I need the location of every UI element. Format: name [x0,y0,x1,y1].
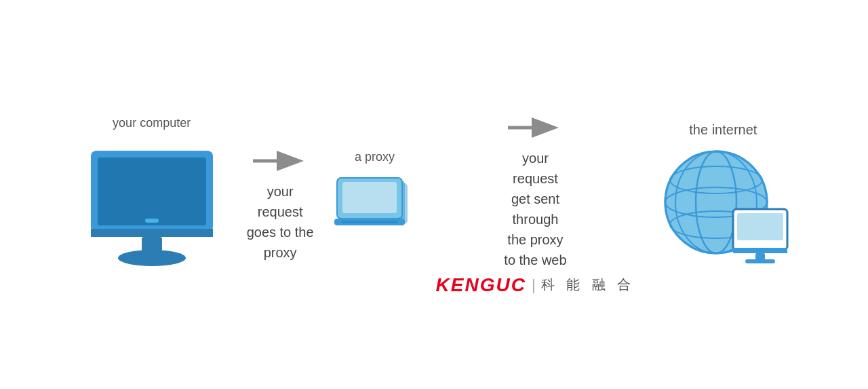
internet-label: the internet [689,122,757,138]
proxy-icon [334,171,416,239]
svg-rect-2 [91,229,213,237]
svg-rect-22 [737,213,783,240]
arrow2-container: your request get sent through the proxy … [416,94,656,296]
computer-label: your computer [113,116,191,130]
brand-area: KENGUC | 科 能 融 合 [436,274,635,296]
internet-icon [655,145,791,267]
right-description: your request get sent through the proxy … [504,148,566,270]
svg-rect-24 [755,253,765,260]
brand-chinese: 科 能 融 合 [541,276,635,294]
svg-rect-12 [341,221,398,223]
computer-icon [77,137,226,273]
svg-point-4 [118,250,186,266]
internet-node: the internet [655,122,791,267]
svg-rect-10 [342,182,397,213]
arrow2-icon [505,114,566,141]
proxy-label: a proxy [355,150,395,164]
arrow1-icon [250,147,311,174]
diagram-container: your computer your request [0,0,868,389]
brand-kenguc: KENGUC [436,274,526,296]
proxy-node: a proxy [334,150,416,239]
svg-rect-5 [145,219,159,223]
svg-rect-1 [98,158,206,225]
arrow1-container: your request goes to the proxy [226,127,334,263]
computer-node: your computer [77,116,226,273]
svg-rect-23 [733,248,787,253]
svg-rect-25 [745,259,775,263]
left-description: your request goes to the proxy [247,181,314,263]
brand-divider: | [532,276,536,294]
